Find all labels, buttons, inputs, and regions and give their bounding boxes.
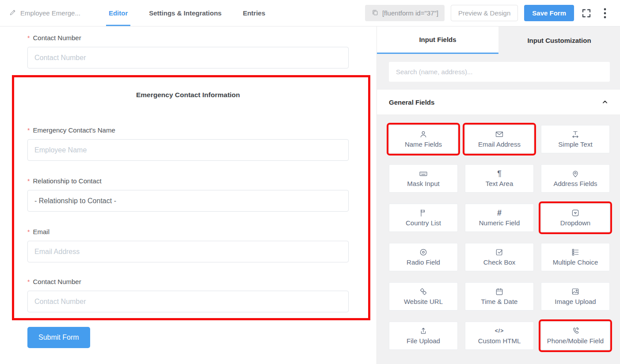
tab-input-customization[interactable]: Input Customization bbox=[498, 27, 620, 54]
tab-input-fields[interactable]: Input Fields bbox=[377, 27, 498, 54]
field-button-address-fields[interactable]: Address Fields bbox=[541, 164, 610, 193]
pencil-icon bbox=[9, 8, 17, 18]
section-heading: Emergency Contact Information bbox=[27, 91, 349, 99]
top-bar: Employee Emerge... Editor Settings & Int… bbox=[0, 0, 620, 27]
field-button-label: File Upload bbox=[407, 337, 440, 345]
required-asterisk: * bbox=[27, 178, 30, 185]
field-button-numeric-field[interactable]: # Numeric Field bbox=[465, 204, 534, 232]
copy-icon bbox=[371, 9, 379, 18]
sidebar-tabs: Input Fields Input Customization bbox=[377, 27, 620, 54]
field-button-label: Country List bbox=[406, 219, 441, 227]
field-button-country-list[interactable]: Country List bbox=[389, 204, 458, 232]
field-button-file-upload[interactable]: File Upload bbox=[389, 322, 458, 350]
upload-icon bbox=[419, 326, 428, 335]
shortcode-text: [fluentform id="37"] bbox=[382, 9, 438, 17]
field-button-mask-input[interactable]: Mask Input bbox=[389, 164, 458, 193]
fullscreen-icon[interactable] bbox=[580, 7, 593, 19]
link-icon bbox=[419, 287, 428, 296]
general-fields-title: General Fields bbox=[389, 99, 434, 106]
emergency-name-input[interactable] bbox=[27, 139, 349, 161]
field-button-label: Check Box bbox=[483, 258, 516, 266]
highlight-red-box-section: Emergency Contact Information *Emergency… bbox=[12, 75, 370, 320]
shortcode-copy-button[interactable]: [fluentform id="37"] bbox=[365, 5, 445, 21]
hash-icon: # bbox=[497, 209, 502, 217]
code-icon: </> bbox=[495, 326, 504, 335]
field-button-label: Simple Text bbox=[558, 140, 592, 148]
field-button-radio-field[interactable]: Radio Field bbox=[389, 243, 458, 271]
text-width-icon bbox=[571, 130, 580, 139]
field-button-label: Phone/Mobile Field bbox=[547, 337, 604, 345]
calendar-icon bbox=[495, 287, 504, 296]
radio-icon bbox=[419, 248, 428, 257]
required-asterisk: * bbox=[27, 278, 30, 285]
field-label-emergency-name: *Emergency Contact's Name bbox=[27, 126, 349, 135]
tab-settings-integrations[interactable]: Settings & Integrations bbox=[138, 0, 232, 26]
field-button-label: Address Fields bbox=[553, 180, 597, 188]
right-sidebar: Input Fields Input Customization General… bbox=[377, 27, 620, 364]
flag-icon bbox=[419, 209, 428, 217]
relationship-selected-value: - Relationship to Contact - bbox=[34, 197, 116, 205]
field-button-label: Radio Field bbox=[407, 258, 440, 266]
field-button-phone-mobile[interactable]: Phone/Mobile Field bbox=[541, 322, 610, 350]
field-button-simple-text[interactable]: Simple Text bbox=[541, 125, 610, 153]
required-asterisk: * bbox=[27, 127, 30, 134]
field-button-label: Name Fields bbox=[405, 140, 442, 148]
search-wrap bbox=[377, 54, 620, 90]
field-button-label: Numeric Field bbox=[479, 219, 520, 227]
field-button-label: Website URL bbox=[404, 298, 443, 306]
email-input[interactable] bbox=[27, 241, 349, 262]
field-label-contact-number: *Contact Number bbox=[27, 277, 349, 286]
field-button-text-area[interactable]: ¶ Text Area bbox=[465, 164, 534, 193]
dropdown-icon bbox=[571, 209, 580, 217]
field-button-label: Custom HTML bbox=[478, 337, 521, 345]
envelope-icon bbox=[495, 130, 504, 139]
field-buttons-grid: Name Fields Email Address Simple Text Ma… bbox=[377, 114, 620, 350]
header-actions: [fluentform id="37"] Preview & Design Sa… bbox=[365, 5, 620, 21]
field-button-time-date[interactable]: Time & Date bbox=[465, 282, 534, 311]
required-asterisk: * bbox=[27, 34, 30, 42]
checkbox-icon bbox=[495, 248, 504, 257]
form-title: Employee Emerge... bbox=[20, 9, 80, 17]
field-button-image-upload[interactable]: Image Upload bbox=[541, 282, 610, 311]
contact-number-input[interactable] bbox=[27, 291, 349, 312]
form-title-wrap[interactable]: Employee Emerge... bbox=[9, 8, 80, 18]
field-label-contact-number-top: *Contact Number bbox=[27, 34, 349, 42]
field-button-email-address[interactable]: Email Address bbox=[465, 125, 534, 153]
relationship-select[interactable]: - Relationship to Contact - bbox=[27, 190, 349, 212]
pilcrow-icon: ¶ bbox=[497, 169, 502, 178]
field-label-email: *Email bbox=[27, 228, 349, 236]
tab-editor[interactable]: Editor bbox=[98, 0, 138, 26]
field-button-website-url[interactable]: Website URL bbox=[389, 282, 458, 311]
submit-form-button[interactable]: Submit Form bbox=[27, 327, 90, 348]
list-icon bbox=[571, 248, 580, 257]
search-input[interactable] bbox=[389, 62, 610, 82]
required-asterisk: * bbox=[27, 228, 30, 235]
field-button-label: Time & Date bbox=[481, 298, 518, 306]
form-editor-canvas: *Contact Number Emergency Contact Inform… bbox=[0, 27, 377, 364]
field-button-label: Text Area bbox=[486, 180, 513, 188]
general-fields-header[interactable]: General Fields bbox=[377, 90, 620, 114]
field-button-label: Dropdown bbox=[560, 219, 590, 227]
field-button-dropdown[interactable]: Dropdown bbox=[541, 204, 610, 232]
keyboard-icon bbox=[419, 169, 428, 178]
tab-entries[interactable]: Entries bbox=[232, 0, 276, 26]
chevron-up-icon[interactable] bbox=[601, 98, 609, 106]
image-icon bbox=[571, 287, 580, 296]
field-button-check-box[interactable]: Check Box bbox=[465, 243, 534, 271]
header-tabs: Editor Settings & Integrations Entries bbox=[98, 0, 276, 26]
field-button-label: Email Address bbox=[478, 140, 521, 148]
field-button-custom-html[interactable]: </> Custom HTML bbox=[465, 322, 534, 350]
contact-number-input-top[interactable] bbox=[27, 47, 349, 68]
save-form-button[interactable]: Save Form bbox=[524, 5, 574, 21]
field-label-relationship: *Relationship to Contact bbox=[27, 177, 349, 186]
map-pin-icon bbox=[571, 169, 580, 178]
phone-icon bbox=[571, 326, 580, 335]
preview-design-button[interactable]: Preview & Design bbox=[451, 5, 518, 21]
kebab-menu-icon[interactable] bbox=[599, 7, 611, 19]
field-button-name-fields[interactable]: Name Fields bbox=[389, 125, 458, 153]
user-icon bbox=[419, 130, 428, 139]
field-button-label: Mask Input bbox=[407, 180, 439, 188]
field-button-label: Image Upload bbox=[555, 298, 596, 306]
field-button-multiple-choice[interactable]: Multiple Choice bbox=[541, 243, 610, 271]
field-button-label: Multiple Choice bbox=[553, 258, 598, 266]
